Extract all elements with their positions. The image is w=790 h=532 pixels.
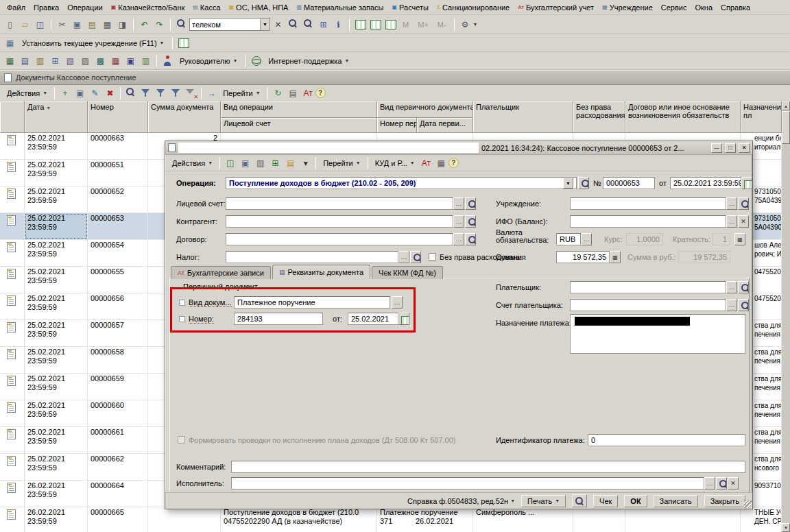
dialog-tab[interactable]: Ат Бухгалтерские записи: [171, 266, 271, 279]
ellipsis-button[interactable]: …: [453, 215, 464, 228]
report-icon-2[interactable]: ▤: [18, 53, 32, 68]
dialog-actions-button[interactable]: Действия ▼: [168, 156, 217, 170]
ellipsis-button[interactable]: …: [726, 197, 737, 210]
service-settings-icon[interactable]: ⚙: [458, 17, 472, 32]
table-icon[interactable]: ▦: [734, 233, 745, 245]
manager-button[interactable]: Руководителю ▼: [176, 53, 241, 68]
operation-search-button[interactable]: [578, 177, 589, 189]
print-icon[interactable]: ▦: [100, 17, 115, 32]
calendar-icon[interactable]: [398, 313, 409, 325]
search-input[interactable]: телеком: [192, 21, 260, 29]
post-document-icon[interactable]: ◫: [223, 156, 237, 170]
column-header-payer[interactable]: Плательщик: [473, 101, 573, 133]
menu-item[interactable]: ▤ Касса: [189, 2, 224, 13]
goto-button[interactable]: Перейти ▼: [219, 86, 265, 100]
calendar-icon[interactable]: [741, 177, 752, 189]
windows-icon[interactable]: ⊞: [316, 17, 331, 32]
search-button[interactable]: [738, 299, 749, 311]
doc-date-input[interactable]: 25.02.2021: [348, 313, 398, 325]
currency-field[interactable]: RUB: [556, 233, 581, 245]
menu-item[interactable]: Окна: [691, 2, 717, 13]
save-button[interactable]: Записать: [654, 495, 698, 507]
preview-icon[interactable]: ◨: [115, 17, 130, 32]
ellipsis-button[interactable]: …: [726, 215, 737, 228]
search-button[interactable]: [738, 197, 749, 210]
menu-item[interactable]: Сервис: [657, 2, 691, 13]
chevron-down-icon[interactable]: ▼: [260, 19, 270, 30]
add-icon[interactable]: +: [58, 86, 72, 100]
clear-icon[interactable]: ✕: [728, 477, 739, 489]
column-header-date[interactable]: Дата▼: [25, 101, 88, 133]
clear-icon[interactable]: ✕: [738, 215, 749, 228]
set-institution-button[interactable]: Установить текущее учреждение (F11) ▼: [18, 36, 169, 50]
column-header-contract[interactable]: Договор или иное основание возникновения…: [625, 101, 741, 133]
menu-item[interactable]: Справка: [717, 2, 754, 13]
find-next-icon[interactable]: [301, 17, 315, 32]
report-icon-9[interactable]: ▣: [123, 53, 138, 68]
memory-plus-button[interactable]: М+: [414, 17, 433, 32]
filter-settings-icon[interactable]: [169, 86, 183, 100]
copy-item-icon[interactable]: ▣: [73, 86, 87, 100]
search-icon[interactable]: [174, 17, 189, 32]
table-report-icon[interactable]: [176, 36, 191, 50]
payer-account-field[interactable]: [570, 299, 726, 311]
ellipsis-button[interactable]: …: [704, 477, 715, 489]
search-button[interactable]: [465, 215, 476, 228]
ellipsis-button[interactable]: …: [398, 251, 409, 263]
report-icon[interactable]: ▦: [434, 156, 448, 170]
column-header-primary-doc[interactable]: Вид первичного документа Номер пер... Да…: [377, 101, 473, 133]
paste-icon[interactable]: ▤: [85, 17, 99, 32]
vertical-scrollbar[interactable]: ▲ ▼: [782, 101, 790, 532]
scroll-down-button[interactable]: ▼: [782, 523, 790, 532]
report-icon-4[interactable]: ⊞: [48, 53, 62, 68]
save-icon[interactable]: ◫: [33, 17, 47, 32]
search-button[interactable]: [738, 281, 749, 293]
more-icon[interactable]: ▾: [298, 156, 313, 170]
institution-field[interactable]: [570, 197, 726, 210]
kud-button[interactable]: КУД и Р... ▼: [371, 156, 419, 170]
memory-minus-button[interactable]: М-: [433, 17, 451, 32]
counterparty-field[interactable]: [226, 215, 453, 228]
info-icon[interactable]: ℹ: [331, 17, 346, 32]
comment-field[interactable]: [231, 461, 745, 473]
table-row[interactable]: 26.02.202123:59:59 00000665 Поступление …: [0, 507, 782, 532]
no-spend-checkbox[interactable]: [429, 253, 436, 261]
ellipsis-button[interactable]: …: [453, 197, 464, 210]
menu-item[interactable]: Ат Бухгалтерский учет: [514, 2, 598, 13]
menu-item[interactable]: Правка: [29, 2, 63, 13]
copy-icon[interactable]: ▣: [70, 17, 84, 32]
check-button[interactable]: Чек: [593, 495, 618, 507]
new-icon[interactable]: ▯: [3, 17, 17, 32]
report-icon-8[interactable]: ▦: [108, 53, 123, 68]
ellipsis-button[interactable]: …: [726, 281, 737, 293]
structure-icon[interactable]: ⊞: [268, 156, 283, 170]
personal-account-field[interactable]: [226, 197, 453, 210]
maximize-button[interactable]: □: [725, 143, 736, 153]
menu-item[interactable]: ▦ Учреждение: [598, 2, 657, 13]
search-button[interactable]: [465, 197, 476, 210]
table-icon-1[interactable]: [353, 17, 368, 32]
tax-field[interactable]: [226, 251, 398, 263]
search-button[interactable]: [465, 233, 476, 245]
menu-item[interactable]: Σ Санкционирование: [433, 2, 514, 13]
filter-icon[interactable]: [139, 86, 153, 100]
chevron-down-icon[interactable]: ▼: [473, 22, 478, 27]
column-header-purpose[interactable]: Назначение пл: [741, 101, 782, 133]
close-icon[interactable]: ✕: [739, 143, 750, 153]
ok-button[interactable]: ОК: [624, 495, 647, 507]
print-button[interactable]: Печать ▼: [521, 495, 566, 507]
list-settings-icon[interactable]: ▤: [286, 86, 300, 100]
accounting-icon[interactable]: Ат: [301, 86, 315, 100]
chevron-down-icon[interactable]: ▼: [563, 178, 573, 189]
internet-support-button[interactable]: Интернет-поддержка ▼: [264, 53, 353, 68]
ifo-field[interactable]: [570, 215, 726, 228]
dialog-title-bar[interactable]: 02.2021 16:34:24): Кассовое поступление …: [165, 141, 752, 155]
document-date-input[interactable]: 25.02.2021 23:59:59: [670, 177, 741, 189]
operation-combo[interactable]: Поступление доходов в бюджет (210.02 - 2…: [226, 177, 577, 189]
report-icon-5[interactable]: ▧: [63, 53, 77, 68]
report-icon-1[interactable]: ▦: [3, 53, 17, 68]
report-icon-6[interactable]: ▨: [78, 53, 93, 68]
column-header-number[interactable]: Номер: [88, 101, 148, 133]
report-icon-10[interactable]: ▥: [139, 53, 153, 68]
executor-field[interactable]: [231, 477, 704, 489]
